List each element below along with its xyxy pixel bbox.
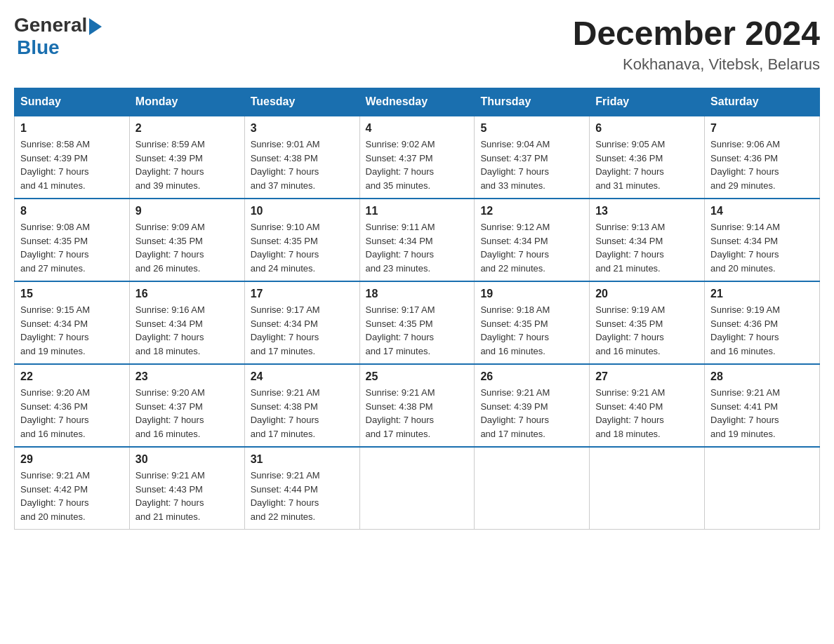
day-info: Sunrise: 9:01 AMSunset: 4:38 PMDaylight:…	[251, 139, 320, 191]
day-info: Sunrise: 9:20 AMSunset: 4:36 PMDaylight:…	[20, 387, 90, 439]
location-title: Kokhanava, Vitebsk, Belarus	[573, 55, 820, 74]
calendar-cell: 21 Sunrise: 9:19 AMSunset: 4:36 PMDaylig…	[705, 281, 820, 364]
day-info: Sunrise: 9:14 AMSunset: 4:34 PMDaylight:…	[710, 222, 780, 274]
day-info: Sunrise: 9:04 AMSunset: 4:37 PMDaylight:…	[480, 139, 550, 191]
logo-general-text: General	[14, 14, 87, 36]
day-info: Sunrise: 9:21 AMSunset: 4:38 PMDaylight:…	[366, 387, 435, 439]
day-number: 24	[251, 370, 354, 383]
calendar-cell: 4 Sunrise: 9:02 AMSunset: 4:37 PMDayligh…	[359, 116, 475, 199]
day-info: Sunrise: 9:21 AMSunset: 4:44 PMDaylight:…	[251, 470, 320, 522]
calendar-cell: 24 Sunrise: 9:21 AMSunset: 4:38 PMDaylig…	[244, 364, 359, 447]
day-number: 28	[710, 370, 814, 383]
day-number: 17	[251, 288, 354, 300]
day-number: 14	[710, 205, 814, 217]
col-header-wednesday: Wednesday	[359, 88, 475, 116]
day-info: Sunrise: 9:11 AMSunset: 4:34 PMDaylight:…	[366, 222, 435, 274]
day-number: 13	[595, 205, 699, 217]
calendar-cell: 28 Sunrise: 9:21 AMSunset: 4:41 PMDaylig…	[705, 364, 820, 447]
calendar-cell: 12 Sunrise: 9:12 AMSunset: 4:34 PMDaylig…	[475, 199, 590, 281]
day-info: Sunrise: 9:17 AMSunset: 4:35 PMDaylight:…	[366, 304, 435, 356]
day-number: 20	[595, 288, 699, 300]
calendar-cell: 22 Sunrise: 9:20 AMSunset: 4:36 PMDaylig…	[15, 364, 130, 447]
day-info: Sunrise: 9:21 AMSunset: 4:40 PMDaylight:…	[595, 387, 665, 439]
calendar-cell: 23 Sunrise: 9:20 AMSunset: 4:37 PMDaylig…	[129, 364, 244, 447]
day-info: Sunrise: 9:21 AMSunset: 4:39 PMDaylight:…	[480, 387, 550, 439]
day-number: 18	[366, 288, 469, 300]
calendar-cell	[359, 447, 475, 530]
day-number: 27	[595, 370, 699, 383]
calendar-cell: 15 Sunrise: 9:15 AMSunset: 4:34 PMDaylig…	[15, 281, 130, 364]
day-info: Sunrise: 9:02 AMSunset: 4:37 PMDaylight:…	[366, 139, 435, 191]
calendar-cell: 5 Sunrise: 9:04 AMSunset: 4:37 PMDayligh…	[475, 116, 590, 199]
day-number: 21	[710, 288, 814, 300]
col-header-tuesday: Tuesday	[244, 88, 359, 116]
day-number: 22	[20, 370, 124, 383]
day-number: 25	[366, 370, 469, 383]
day-number: 7	[710, 122, 814, 135]
day-info: Sunrise: 9:15 AMSunset: 4:34 PMDaylight:…	[20, 304, 90, 356]
logo: General Blue	[14, 14, 102, 59]
day-number: 2	[135, 122, 239, 135]
day-number: 23	[135, 370, 239, 383]
day-info: Sunrise: 9:16 AMSunset: 4:34 PMDaylight:…	[135, 304, 205, 356]
calendar-cell: 2 Sunrise: 8:59 AMSunset: 4:39 PMDayligh…	[129, 116, 244, 199]
day-number: 3	[251, 122, 354, 135]
day-info: Sunrise: 8:58 AMSunset: 4:39 PMDaylight:…	[20, 139, 90, 191]
calendar-cell: 17 Sunrise: 9:17 AMSunset: 4:34 PMDaylig…	[244, 281, 359, 364]
day-info: Sunrise: 9:21 AMSunset: 4:43 PMDaylight:…	[135, 470, 205, 522]
calendar-cell: 6 Sunrise: 9:05 AMSunset: 4:36 PMDayligh…	[590, 116, 705, 199]
calendar-cell: 31 Sunrise: 9:21 AMSunset: 4:44 PMDaylig…	[244, 447, 359, 530]
calendar-cell: 20 Sunrise: 9:19 AMSunset: 4:35 PMDaylig…	[590, 281, 705, 364]
col-header-thursday: Thursday	[475, 88, 590, 116]
day-number: 1	[20, 122, 124, 135]
calendar-cell: 26 Sunrise: 9:21 AMSunset: 4:39 PMDaylig…	[475, 364, 590, 447]
calendar-cell: 13 Sunrise: 9:13 AMSunset: 4:34 PMDaylig…	[590, 199, 705, 281]
day-info: Sunrise: 9:17 AMSunset: 4:34 PMDaylight:…	[251, 304, 320, 356]
calendar-cell: 30 Sunrise: 9:21 AMSunset: 4:43 PMDaylig…	[129, 447, 244, 530]
calendar-cell: 14 Sunrise: 9:14 AMSunset: 4:34 PMDaylig…	[705, 199, 820, 281]
day-info: Sunrise: 9:13 AMSunset: 4:34 PMDaylight:…	[595, 222, 665, 274]
calendar-cell: 29 Sunrise: 9:21 AMSunset: 4:42 PMDaylig…	[15, 447, 130, 530]
calendar-cell: 16 Sunrise: 9:16 AMSunset: 4:34 PMDaylig…	[129, 281, 244, 364]
calendar-cell: 9 Sunrise: 9:09 AMSunset: 4:35 PMDayligh…	[129, 199, 244, 281]
day-number: 4	[366, 122, 469, 135]
calendar-cell: 19 Sunrise: 9:18 AMSunset: 4:35 PMDaylig…	[475, 281, 590, 364]
day-info: Sunrise: 9:19 AMSunset: 4:35 PMDaylight:…	[595, 304, 665, 356]
col-header-monday: Monday	[129, 88, 244, 116]
calendar-cell: 3 Sunrise: 9:01 AMSunset: 4:38 PMDayligh…	[244, 116, 359, 199]
calendar-cell: 27 Sunrise: 9:21 AMSunset: 4:40 PMDaylig…	[590, 364, 705, 447]
day-info: Sunrise: 9:20 AMSunset: 4:37 PMDaylight:…	[135, 387, 205, 439]
day-info: Sunrise: 9:18 AMSunset: 4:35 PMDaylight:…	[480, 304, 550, 356]
day-number: 31	[251, 453, 354, 466]
calendar-cell	[475, 447, 590, 530]
calendar-cell: 25 Sunrise: 9:21 AMSunset: 4:38 PMDaylig…	[359, 364, 475, 447]
col-header-saturday: Saturday	[705, 88, 820, 116]
calendar-cell: 18 Sunrise: 9:17 AMSunset: 4:35 PMDaylig…	[359, 281, 475, 364]
day-info: Sunrise: 9:19 AMSunset: 4:36 PMDaylight:…	[710, 304, 780, 356]
calendar-cell: 8 Sunrise: 9:08 AMSunset: 4:35 PMDayligh…	[15, 199, 130, 281]
day-number: 5	[480, 122, 583, 135]
day-number: 26	[480, 370, 583, 383]
logo-arrow-icon	[89, 18, 102, 35]
month-title: December 2024	[573, 14, 820, 53]
page-header: General Blue December 2024 Kokhanava, Vi…	[14, 14, 820, 74]
calendar-cell	[705, 447, 820, 530]
day-number: 11	[366, 205, 469, 217]
col-header-sunday: Sunday	[15, 88, 130, 116]
day-number: 16	[135, 288, 239, 300]
calendar-cell: 11 Sunrise: 9:11 AMSunset: 4:34 PMDaylig…	[359, 199, 475, 281]
svg-marker-0	[89, 18, 102, 35]
day-info: Sunrise: 9:10 AMSunset: 4:35 PMDaylight:…	[251, 222, 320, 274]
day-number: 30	[135, 453, 239, 466]
day-info: Sunrise: 9:08 AMSunset: 4:35 PMDaylight:…	[20, 222, 90, 274]
day-number: 12	[480, 205, 583, 217]
calendar-cell: 1 Sunrise: 8:58 AMSunset: 4:39 PMDayligh…	[15, 116, 130, 199]
calendar-cell	[590, 447, 705, 530]
day-number: 29	[20, 453, 124, 466]
day-info: Sunrise: 9:21 AMSunset: 4:41 PMDaylight:…	[710, 387, 780, 439]
day-number: 6	[595, 122, 699, 135]
day-number: 9	[135, 205, 239, 217]
calendar-cell: 10 Sunrise: 9:10 AMSunset: 4:35 PMDaylig…	[244, 199, 359, 281]
day-info: Sunrise: 8:59 AMSunset: 4:39 PMDaylight:…	[135, 139, 205, 191]
day-number: 19	[480, 288, 583, 300]
